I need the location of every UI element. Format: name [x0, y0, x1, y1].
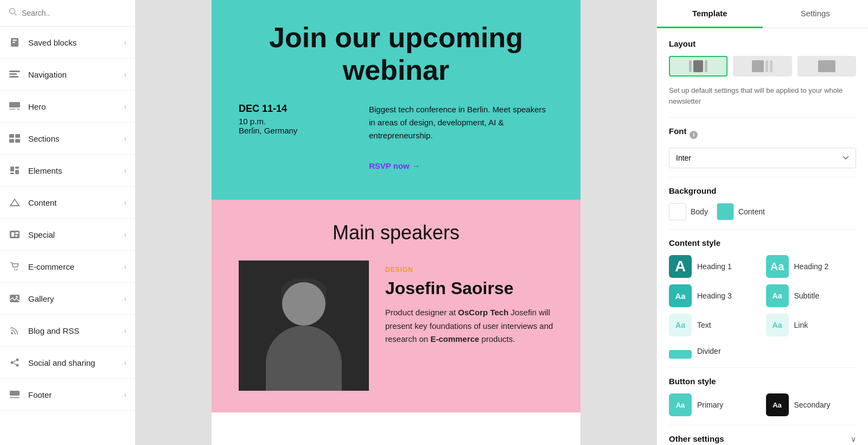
body-color-swatch[interactable] — [669, 203, 686, 220]
email-preview: Join our upcoming webinar DEC 11-14 10 p… — [212, 0, 580, 445]
hero-desc-text: Biggest tech conference in Berlin. Meet … — [369, 105, 546, 140]
sidebar: Saved blocks › Navigation › — [0, 0, 136, 445]
divider-label: Divider — [697, 347, 721, 355]
svg-rect-10 — [17, 109, 20, 110]
chevron-right-icon: › — [124, 199, 126, 207]
secondary-btn-badge: Aa — [766, 393, 789, 416]
speakers-title: Main speakers — [239, 221, 553, 244]
hero-time: 10 p.m. — [239, 117, 347, 126]
svg-rect-18 — [10, 173, 14, 174]
layout-option-left[interactable] — [733, 56, 792, 77]
style-item-heading2[interactable]: Aa Heading 2 — [766, 255, 857, 278]
link-badge: Aa — [766, 314, 789, 336]
bio-product: E-commerce — [430, 334, 479, 344]
tab-template[interactable]: Template — [657, 0, 763, 28]
layout-description: Set up default settings that will be app… — [669, 85, 856, 106]
sidebar-item-footer[interactable]: Footer › — [0, 379, 135, 411]
divider — [669, 229, 856, 230]
svg-rect-5 — [9, 71, 20, 72]
sidebar-item-elements[interactable]: Elements › — [0, 155, 135, 187]
chevron-right-icon: › — [124, 231, 126, 239]
rsvp-link[interactable]: RSVP now → — [369, 160, 420, 173]
style-item-heading1[interactable]: A Heading 1 — [669, 255, 760, 278]
heading3-label: Heading 3 — [697, 291, 732, 300]
hero-label: Hero — [28, 102, 46, 111]
speaker-head — [282, 282, 326, 326]
svg-rect-21 — [11, 232, 14, 237]
sidebar-item-special[interactable]: Special › — [0, 219, 135, 251]
hero-location: Berlin, Germany — [239, 126, 347, 135]
sidebar-item-navigation[interactable]: Navigation › — [0, 59, 135, 91]
svg-line-1 — [15, 14, 17, 16]
bio-company: OsCorp Tech — [458, 308, 508, 317]
body-bg-label: Body — [691, 207, 708, 216]
ecommerce-icon — [9, 260, 21, 272]
bio-start: Product designer at — [385, 308, 458, 317]
background-label: Background — [669, 186, 856, 195]
speaker-body — [266, 326, 342, 391]
layout-option-centered[interactable] — [669, 56, 727, 77]
svg-line-32 — [13, 360, 16, 362]
btn-item-primary[interactable]: Aa Primary — [669, 393, 760, 416]
layout-section: Layout — [669, 39, 856, 106]
special-icon — [9, 228, 21, 240]
divider — [669, 117, 856, 118]
content-style-grid: A Heading 1 Aa Heading 2 Aa Heading 3 Aa… — [669, 255, 856, 359]
style-item-divider[interactable]: Divider — [669, 343, 760, 359]
sidebar-item-ecommerce[interactable]: E-commerce › — [0, 251, 135, 283]
bio-end: products. — [479, 334, 515, 344]
elements-icon — [9, 164, 21, 176]
chevron-right-icon: › — [124, 103, 126, 111]
heading2-badge: Aa — [766, 255, 789, 278]
btn-item-secondary[interactable]: Aa Secondary — [766, 393, 857, 416]
subtitle-badge: Aa — [766, 284, 789, 307]
style-item-text[interactable]: Aa Text — [669, 314, 760, 336]
sections-label: Sections — [28, 134, 60, 143]
search-input[interactable] — [22, 9, 126, 17]
other-settings-row[interactable]: Other settings ∨ — [669, 425, 856, 445]
search-bar[interactable] — [0, 0, 135, 27]
sidebar-item-social[interactable]: Social and sharing › — [0, 347, 135, 379]
chevron-right-icon: › — [124, 327, 126, 335]
style-item-heading3[interactable]: Aa Heading 3 — [669, 284, 760, 307]
link-label: Link — [794, 321, 808, 329]
content-icon — [9, 196, 21, 208]
style-item-link[interactable]: Aa Link — [766, 314, 857, 336]
ecommerce-label: E-commerce — [28, 262, 74, 271]
sidebar-item-hero[interactable]: Hero › — [0, 91, 135, 123]
chevron-right-icon: › — [124, 71, 126, 79]
svg-rect-20 — [10, 231, 20, 238]
svg-point-29 — [16, 359, 19, 361]
font-select[interactable]: Inter — [669, 148, 856, 168]
speaker-category: DESIGN — [385, 266, 553, 274]
svg-rect-8 — [9, 102, 20, 107]
email-canvas: Join our upcoming webinar DEC 11-14 10 p… — [136, 0, 656, 445]
sidebar-item-content[interactable]: Content › — [0, 187, 135, 219]
special-label: Special — [28, 230, 55, 239]
speaker-info: DESIGN Josefin Saoirse Product designer … — [385, 260, 553, 347]
panel-content: Layout — [657, 28, 868, 445]
speaker-card: DESIGN Josefin Saoirse Product designer … — [239, 260, 553, 391]
layout-option-full[interactable] — [797, 56, 856, 77]
sidebar-item-gallery[interactable]: Gallery › — [0, 283, 135, 315]
sidebar-item-saved-blocks[interactable]: Saved blocks › — [0, 27, 135, 59]
svg-rect-6 — [9, 73, 17, 75]
svg-rect-15 — [10, 167, 14, 171]
svg-point-24 — [14, 269, 15, 270]
content-color-swatch[interactable] — [717, 203, 734, 220]
sidebar-item-blog[interactable]: Blog and RSS › — [0, 315, 135, 347]
blog-icon — [9, 325, 21, 336]
body-bg-item: Body — [669, 203, 708, 220]
svg-point-27 — [16, 296, 18, 298]
sidebar-item-sections[interactable]: Sections › — [0, 123, 135, 155]
text-label: Text — [697, 321, 711, 329]
footer-icon — [9, 389, 21, 400]
svg-rect-11 — [9, 134, 14, 138]
button-style-grid: Aa Primary Aa Secondary — [669, 393, 856, 416]
style-item-subtitle[interactable]: Aa Subtitle — [766, 284, 857, 307]
tab-settings[interactable]: Settings — [763, 0, 869, 28]
content-style-label: Content style — [669, 238, 856, 247]
navigation-icon — [9, 68, 21, 80]
hero-date-info: DEC 11-14 10 p.m. Berlin, Germany — [239, 103, 347, 173]
svg-point-28 — [11, 332, 13, 334]
